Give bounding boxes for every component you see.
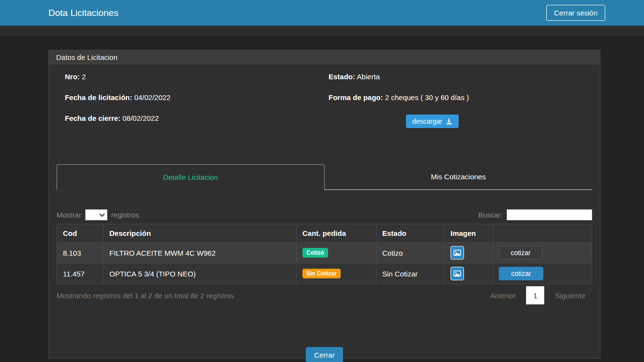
fecha-licitacion-label: Fecha de licitación:: [65, 93, 132, 101]
licitacion-panel: Datos de Licitacion Nro: 2 Fecha de lici…: [48, 50, 600, 359]
panel-title: Datos de Licitacion: [49, 50, 600, 64]
tab-detalle-licitacion[interactable]: Detalle Licitacion: [57, 164, 325, 190]
table-row: 8.103 FILTRO ACEITE MWM 4C W962 Cotizó C…: [57, 243, 592, 263]
registros-label: registros: [111, 211, 139, 219]
forma-pago-label: Forma de pago:: [329, 93, 383, 101]
pagination-previous[interactable]: Anterior: [483, 291, 523, 300]
navbar-strip: [0, 26, 644, 36]
header-estado: Estado: [376, 224, 445, 243]
fields-right-column: Estado: Abierta Forma de pago: 2 cheques…: [329, 73, 592, 135]
cell-imagen: [445, 263, 493, 284]
descargar-button[interactable]: descargar: [406, 115, 459, 128]
field-estado: Estado: Abierta: [329, 73, 592, 81]
cotizar-button[interactable]: cotizar: [499, 246, 542, 260]
table-row: 11.457 OPTICA 5 3/4 (TIPO NEO) Sin Cotiz…: [57, 263, 592, 284]
app-brand: Dota Licitaciones: [48, 8, 119, 18]
buscar-label: Buscar:: [478, 211, 503, 219]
field-fecha-cierre: Fecha de cierre: 08/02/2022: [65, 115, 329, 122]
cell-cod: 11.457: [57, 263, 104, 284]
navbar: Dota Licitaciones Cerrar sesión: [0, 0, 644, 26]
fecha-cierre-value: 08/02/2022: [122, 114, 159, 122]
field-fecha-licitacion: Fecha de licitación: 04/02/2022: [65, 94, 329, 101]
fecha-cierre-label: Fecha de cierre:: [65, 114, 120, 122]
header-imagen: Imagen: [445, 224, 493, 243]
panel-body: Nro: 2 Fecha de licitación: 04/02/2022 F…: [49, 64, 600, 362]
fields-left-column: Nro: 2 Fecha de licitación: 04/02/2022 F…: [65, 73, 329, 135]
logout-button[interactable]: Cerrar sesión: [546, 5, 605, 21]
cell-cant-pedida: Sin Cotizar: [297, 263, 376, 284]
field-forma-pago: Forma de pago: 2 cheques ( 30 y 60 días …: [329, 94, 592, 101]
view-image-button[interactable]: [450, 246, 464, 260]
view-image-button[interactable]: [450, 267, 464, 280]
tab-bar: Detalle Licitacion Mis Cotizaciones: [57, 164, 592, 190]
header-cant-pedida: Cant. pedida: [297, 224, 376, 243]
cotizar-button[interactable]: cotizar: [499, 267, 543, 280]
cerrar-button[interactable]: Cerrar: [306, 347, 343, 362]
cell-imagen: [445, 243, 493, 263]
pagination: Anterior 1 Siguiente: [483, 286, 592, 304]
table-footer: Mostrando registros del 1 al 2 de un tot…: [57, 286, 592, 304]
items-table: Cod Descripción Cant. pedida Estado Imag…: [57, 224, 592, 284]
download-icon: [446, 118, 452, 125]
status-badge: Sin Cotizar: [302, 269, 341, 278]
field-nro: Nro: 2: [65, 73, 329, 81]
page-length-select-wrap: [85, 209, 107, 220]
cell-descripcion: FILTRO ACEITE MWM 4C W962: [104, 243, 297, 263]
picture-icon: [453, 249, 461, 257]
page-length-select[interactable]: [85, 209, 107, 220]
cell-acciones: cotizar: [493, 263, 592, 284]
cell-estado: Cotizo: [376, 243, 445, 263]
forma-pago-value: 2 cheques ( 30 y 60 días ): [385, 93, 469, 101]
cell-descripcion: OPTICA 5 3/4 (TIPO NEO): [104, 263, 297, 284]
records-info: Mostrando registros del 1 al 2 de un tot…: [57, 291, 234, 300]
tab-mis-cotizaciones[interactable]: Mis Cotizaciones: [325, 164, 593, 190]
header-cod: Cod: [57, 224, 104, 243]
header-acciones: [493, 224, 592, 243]
cell-cod: 8.103: [57, 243, 104, 263]
page-length-control: Mostrar registros: [57, 209, 139, 220]
cell-acciones: cotizar: [493, 243, 592, 263]
nro-label: Nro:: [65, 72, 80, 81]
fecha-licitacion-value: 04/02/2022: [134, 93, 170, 101]
licitacion-fields: Nro: 2 Fecha de licitación: 04/02/2022 F…: [57, 71, 592, 135]
descargar-wrap: descargar: [329, 115, 592, 128]
picture-icon: [453, 270, 461, 277]
close-wrap: Cerrar: [57, 347, 592, 362]
descargar-label: descargar: [412, 117, 442, 125]
estado-label: Estado:: [329, 72, 355, 81]
table-header-row: Cod Descripción Cant. pedida Estado Imag…: [57, 224, 592, 243]
nro-value: 2: [82, 72, 86, 81]
search-control: Buscar:: [478, 209, 592, 220]
header-descripcion: Descripción: [104, 224, 297, 243]
pagination-next[interactable]: Siguiente: [548, 291, 592, 300]
cell-cant-pedida: Cotizó: [297, 243, 376, 263]
search-input[interactable]: [507, 209, 592, 220]
estado-value: Abierta: [357, 72, 380, 81]
mostrar-label: Mostrar: [57, 211, 81, 219]
cell-estado: Sin Cotizar: [376, 263, 445, 284]
status-badge: Cotizó: [302, 248, 328, 258]
table-controls: Mostrar registros Buscar:: [57, 209, 592, 220]
pagination-page-1[interactable]: 1: [526, 286, 544, 304]
